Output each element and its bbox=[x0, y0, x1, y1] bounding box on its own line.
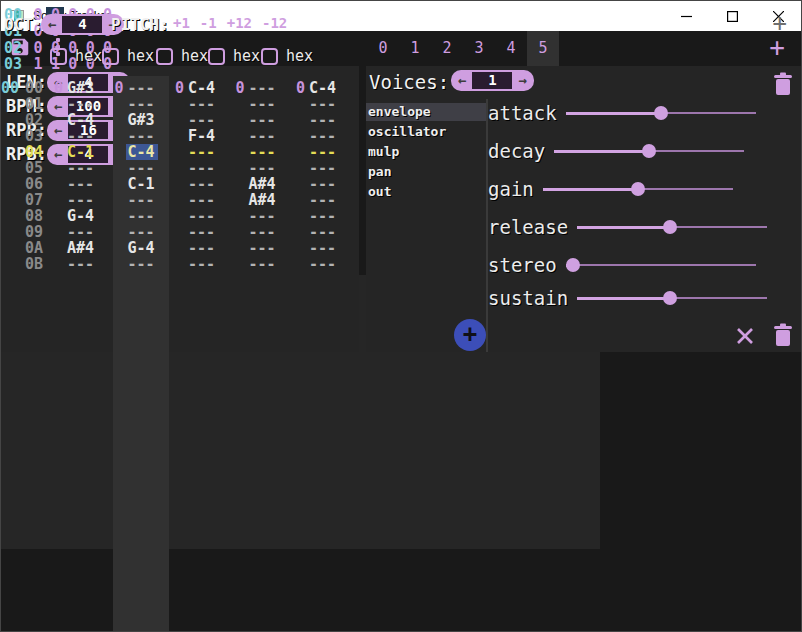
pattern-index[interactable]: 0 bbox=[236, 80, 245, 96]
pattern-index[interactable]: 0 bbox=[115, 80, 124, 96]
tab-instrument-3[interactable]: 3 bbox=[463, 31, 495, 66]
pattern-note-cell[interactable]: --- bbox=[67, 160, 95, 176]
pattern-note-cell[interactable]: --- bbox=[188, 144, 216, 160]
pattern-note-cell[interactable]: --- bbox=[309, 256, 337, 272]
param-slider-sustain[interactable] bbox=[577, 290, 767, 306]
pattern-note-cell[interactable]: --- bbox=[249, 256, 277, 272]
pattern-note-cell[interactable]: --- bbox=[249, 208, 277, 224]
pattern-note-cell[interactable]: --- bbox=[188, 240, 216, 256]
hex-checkbox[interactable] bbox=[261, 48, 278, 65]
pattern-index[interactable]: 0 bbox=[54, 80, 63, 96]
pattern-note-cell[interactable]: --- bbox=[128, 96, 156, 112]
add-track-button[interactable]: + bbox=[773, 9, 787, 37]
hex-checkbox[interactable] bbox=[50, 48, 67, 65]
pattern-note-cell[interactable]: --- bbox=[128, 256, 156, 272]
order-cell[interactable]: 0 bbox=[29, 40, 47, 56]
pattern-note-cell[interactable]: C-1 bbox=[67, 144, 95, 160]
pitch-button--1[interactable]: -1 bbox=[200, 15, 217, 31]
pattern-note-cell[interactable]: --- bbox=[67, 256, 95, 272]
pattern-note-cell[interactable]: --- bbox=[249, 240, 277, 256]
pattern-note-cell[interactable]: F-4 bbox=[188, 128, 216, 144]
pattern-note-cell[interactable]: C-4 bbox=[67, 112, 95, 128]
pattern-note-cell[interactable]: --- bbox=[309, 192, 337, 208]
pattern-row: 08G-4------------ bbox=[1, 208, 801, 224]
pattern-note-cell[interactable]: --- bbox=[128, 208, 156, 224]
pattern-note-cell[interactable]: --- bbox=[249, 144, 277, 160]
pattern-note-cell[interactable]: --- bbox=[188, 192, 216, 208]
pattern-note-cell[interactable]: C-4 bbox=[188, 80, 216, 96]
pattern-note-cell[interactable]: --- bbox=[188, 112, 216, 128]
pattern-note-cell[interactable]: --- bbox=[128, 192, 156, 208]
pattern-note-cell[interactable]: --- bbox=[309, 240, 337, 256]
pattern-note-cell[interactable]: --- bbox=[249, 128, 277, 144]
pattern-note-cell[interactable]: G#3 bbox=[67, 80, 95, 96]
pattern-note-cell[interactable]: C-1 bbox=[128, 176, 156, 192]
hex-checkbox[interactable] bbox=[208, 48, 225, 65]
pattern-note-cell[interactable]: --- bbox=[249, 224, 277, 240]
pattern-note-cell[interactable]: C-4 bbox=[126, 144, 158, 160]
pattern-note-cell[interactable]: --- bbox=[188, 96, 216, 112]
pitch-button-+1[interactable]: +1 bbox=[173, 15, 190, 31]
pattern-row-number: 01 bbox=[25, 96, 43, 112]
pattern-note-cell[interactable]: A#4 bbox=[67, 240, 95, 256]
pattern-note-cell[interactable]: --- bbox=[309, 128, 337, 144]
pattern-note-cell[interactable]: --- bbox=[249, 112, 277, 128]
maximize-button[interactable] bbox=[709, 1, 755, 31]
hex-checkbox[interactable] bbox=[156, 48, 173, 65]
pattern-note-cell[interactable]: --- bbox=[128, 160, 156, 176]
order-cell[interactable]: 1 bbox=[29, 56, 47, 72]
pattern-note-cell[interactable]: --- bbox=[67, 96, 95, 112]
pitch-button--12[interactable]: -12 bbox=[262, 15, 287, 31]
pattern-note-cell[interactable]: --- bbox=[188, 176, 216, 192]
order-row-number: 02 bbox=[4, 40, 22, 56]
delete-unit-button[interactable] bbox=[773, 323, 793, 347]
pattern-note-cell[interactable]: --- bbox=[128, 128, 156, 144]
pattern-note-cell[interactable]: --- bbox=[128, 224, 156, 240]
pattern-note-cell[interactable]: A#4 bbox=[249, 176, 277, 192]
pattern-note-cell[interactable]: G-4 bbox=[128, 240, 156, 256]
pattern-note-cell[interactable]: --- bbox=[249, 160, 277, 176]
pattern-note-cell[interactable]: --- bbox=[309, 224, 337, 240]
pattern-note-cell[interactable]: --- bbox=[249, 96, 277, 112]
pattern-note-cell[interactable]: --- bbox=[67, 192, 95, 208]
pattern-note-cell[interactable]: --- bbox=[67, 224, 95, 240]
pattern-note-cell[interactable]: G-4 bbox=[67, 208, 95, 224]
pattern-note-cell[interactable]: G#3 bbox=[128, 112, 156, 128]
add-unit-button[interactable]: + bbox=[454, 319, 486, 351]
pattern-index[interactable]: 0 bbox=[175, 80, 184, 96]
pattern-note-cell[interactable]: --- bbox=[67, 128, 95, 144]
pattern-row-number: 03 bbox=[25, 128, 43, 144]
pattern-note-cell[interactable]: --- bbox=[188, 208, 216, 224]
pitch-button-+12[interactable]: +12 bbox=[227, 15, 252, 31]
tab-instrument-4[interactable]: 4 bbox=[495, 31, 527, 66]
pattern-note-cell[interactable]: --- bbox=[309, 96, 337, 112]
pattern-row-number: 06 bbox=[25, 176, 43, 192]
clear-unit-button[interactable] bbox=[736, 327, 754, 345]
pattern-note-cell[interactable]: --- bbox=[309, 176, 337, 192]
tab-instrument-2[interactable]: 2 bbox=[431, 31, 463, 66]
pattern-row: 0B--------------- bbox=[1, 256, 801, 272]
hex-label: hex bbox=[286, 47, 313, 65]
pattern-note-cell[interactable]: --- bbox=[309, 160, 337, 176]
minimize-button[interactable] bbox=[663, 1, 709, 31]
tab-instrument-5[interactable]: 5 bbox=[527, 31, 559, 66]
pattern-note-cell[interactable]: --- bbox=[128, 80, 156, 96]
pattern-note-cell[interactable]: --- bbox=[309, 208, 337, 224]
pattern-note-cell[interactable]: C-4 bbox=[309, 80, 337, 96]
octave-decrement[interactable]: ← bbox=[48, 14, 56, 35]
pattern-note-cell[interactable]: A#4 bbox=[249, 192, 277, 208]
pattern-note-cell[interactable]: --- bbox=[249, 80, 277, 96]
hex-checkbox[interactable] bbox=[102, 48, 119, 65]
slider-thumb[interactable] bbox=[663, 291, 677, 305]
pattern-note-cell[interactable]: --- bbox=[188, 224, 216, 240]
pattern-note-cell[interactable]: --- bbox=[188, 160, 216, 176]
pattern-note-cell[interactable]: --- bbox=[309, 112, 337, 128]
pattern-note-cell[interactable]: --- bbox=[309, 144, 337, 160]
param-label-sustain: sustain bbox=[488, 287, 568, 309]
hex-label: hex bbox=[181, 47, 208, 65]
pattern-note-cell[interactable]: --- bbox=[67, 176, 95, 192]
tab-instrument-1[interactable]: 1 bbox=[399, 31, 431, 66]
pattern-note-cell[interactable]: --- bbox=[188, 256, 216, 272]
tab-instrument-0[interactable]: 0 bbox=[367, 31, 399, 66]
pattern-index[interactable]: 0 bbox=[296, 80, 305, 96]
